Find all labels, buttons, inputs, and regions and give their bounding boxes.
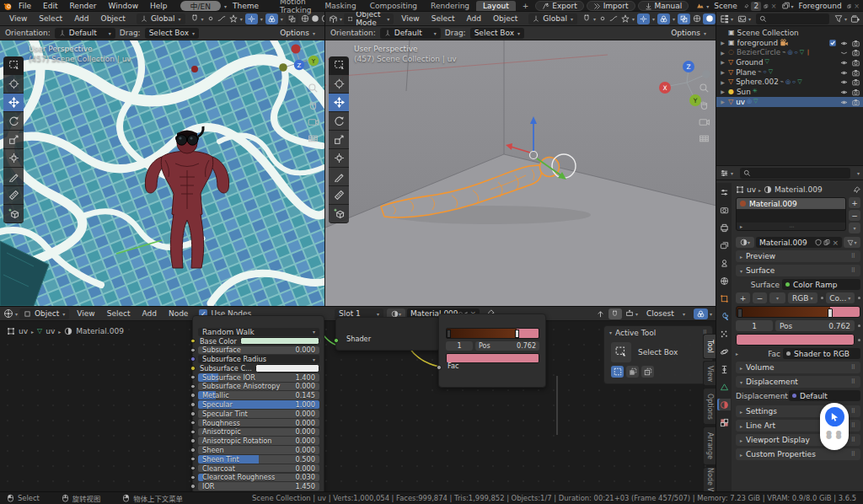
measure-tool-button[interactable]: [3, 186, 24, 205]
add-slot-button[interactable]: +: [849, 197, 860, 208]
input-socket[interactable]: [190, 421, 196, 426]
camera-icon[interactable]: [851, 88, 860, 96]
remove-slot-button[interactable]: −: [849, 210, 860, 221]
active-tool-title[interactable]: Active Tool: [615, 329, 656, 337]
menu-node[interactable]: Node: [163, 309, 195, 318]
camera-icon[interactable]: [851, 39, 860, 47]
input-socket[interactable]: [190, 411, 196, 416]
bsdf-row-base-color[interactable]: Base Color: [198, 337, 319, 346]
sidebar-tab-tool[interactable]: Tool: [703, 334, 716, 359]
drag-value-dropdown[interactable]: Select Box▾: [470, 28, 524, 39]
properties-tab-object-data-icon[interactable]: [717, 381, 731, 393]
ramp-active-index-field[interactable]: 1: [736, 320, 773, 331]
perspective-toggle-icon[interactable]: [699, 133, 710, 144]
input-socket[interactable]: [190, 357, 196, 362]
cursor-tool-button[interactable]: [329, 75, 349, 94]
outliner-search-input[interactable]: [756, 13, 829, 24]
input-socket[interactable]: [190, 393, 196, 398]
manual-button[interactable]: Manual: [638, 1, 689, 11]
bsdf-row-sheen-tint[interactable]: Sheen Tint0.500: [198, 455, 319, 464]
bsdf-row-metallic[interactable]: Metallic0.145: [198, 391, 319, 399]
value-slider[interactable]: Metallic0.145: [198, 391, 319, 399]
options-dropdown[interactable]: Options▾: [276, 28, 319, 39]
breadcrumb-material[interactable]: Material.009: [76, 327, 124, 335]
properties-tab-tool-icon[interactable]: [717, 186, 731, 198]
sidebar-tab-arrange[interactable]: Arrange: [703, 426, 716, 465]
proportional-edit-icon[interactable]: [206, 14, 215, 23]
snap-toggle-icon[interactable]: [608, 308, 622, 319]
editor-type-icon[interactable]: [329, 14, 338, 24]
shading-wireframe-icon[interactable]: [693, 14, 701, 23]
input-socket[interactable]: [190, 475, 196, 480]
shading-solid-icon[interactable]: [703, 13, 716, 24]
value-slider[interactable]: Anisotropic Rotation0.000: [198, 437, 319, 445]
value-slider[interactable]: Subsurface0.000: [198, 346, 319, 355]
color-swatch[interactable]: [255, 364, 319, 373]
input-socket[interactable]: [190, 448, 196, 453]
move-tool-button[interactable]: [329, 94, 349, 112]
cursor-tool-button[interactable]: [3, 75, 24, 94]
eye-icon[interactable]: [839, 98, 849, 106]
input-socket[interactable]: [190, 339, 196, 344]
scene-unlink-icon[interactable]: ×: [771, 3, 777, 10]
outliner-row-sphere.002[interactable]: ▶▽Sphere.002⌁◎⌔▽: [716, 77, 863, 87]
value-slider[interactable]: Clearcoat Roughness0.030: [198, 474, 319, 482]
parent-node-tree-icon[interactable]: [596, 309, 605, 319]
input-socket[interactable]: [190, 375, 196, 380]
shader-editor-type-icon[interactable]: [3, 308, 13, 319]
ramp-specials-button[interactable]: ▾: [769, 292, 785, 303]
material-specials-button[interactable]: ▾: [844, 237, 860, 248]
value-slider[interactable]: Clearcoat0.000: [198, 464, 319, 473]
viewport-left-canvas[interactable]: Z Y User Perspective (457) Scene Collect…: [0, 40, 324, 306]
bsdf-row-anisotropic-rotation[interactable]: Anisotropic Rotation0.000: [198, 437, 319, 445]
properties-tab-texture-icon[interactable]: [717, 416, 731, 428]
fac-input-selector[interactable]: Shader to RGB: [783, 348, 860, 359]
app-menu-render[interactable]: Render: [64, 2, 103, 10]
drag-value-dropdown[interactable]: Select Box▾: [145, 28, 199, 39]
value-slider[interactable]: Specular Tint0.000: [198, 410, 319, 418]
ramp-add-stop-button[interactable]: +: [736, 292, 750, 303]
select-mode-new-icon[interactable]: [611, 366, 624, 378]
gizmos-toggle-icon[interactable]: [637, 13, 650, 24]
ramp-color-mode-dropdown[interactable]: RGB▾: [788, 292, 817, 303]
overlays-toggle-icon[interactable]: [694, 308, 708, 319]
scene-name[interactable]: Scene: [714, 2, 739, 10]
bsdf-row-specular[interactable]: Specular1.000: [198, 400, 319, 409]
principled-bsdf-node[interactable]: Random Walk▾ Base ColorSubsurface0.000Su…: [192, 315, 324, 491]
view-layer-remove-icon[interactable]: ×: [854, 3, 860, 10]
outliner-display-mode-icon[interactable]: [720, 14, 729, 24]
value-slider[interactable]: Sheen Tint0.500: [198, 455, 319, 464]
properties-tab-modifiers-icon[interactable]: [717, 310, 731, 322]
select-box-tool-button[interactable]: [3, 56, 24, 75]
ramp-remove-stop-button[interactable]: −: [753, 292, 767, 303]
xray-toggle-icon[interactable]: [678, 13, 690, 24]
outliner-row-foreground[interactable]: ▶▣foreground: [716, 38, 863, 48]
input-socket[interactable]: [190, 402, 196, 407]
input-socket[interactable]: [190, 348, 196, 353]
bsdf-row-subsurface-ior[interactable]: Subsurface IOR1.400: [198, 373, 319, 382]
properties-tab-particles-icon[interactable]: [717, 328, 731, 340]
shading-solid-icon[interactable]: [311, 14, 319, 23]
camera-icon[interactable]: [851, 78, 860, 86]
camera-icon[interactable]: [851, 98, 860, 106]
app-menu-edit[interactable]: Edit: [37, 2, 63, 10]
menu-add[interactable]: Add: [68, 14, 94, 23]
scene-users-count[interactable]: 2: [751, 2, 761, 11]
node-ramp-handle-0[interactable]: [447, 330, 451, 338]
add-cube-tool-button[interactable]: [329, 205, 349, 223]
input-socket[interactable]: [190, 438, 196, 443]
add-workspace-button[interactable]: +: [516, 1, 536, 11]
pan-hand-icon[interactable]: [308, 99, 319, 110]
annotate-tool-button[interactable]: [3, 168, 24, 186]
checkbox-icon[interactable]: [828, 38, 837, 47]
workspace-tab-layout[interactable]: Layout: [476, 1, 516, 11]
copy-material-icon[interactable]: [823, 239, 830, 246]
fac-input-socket[interactable]: [437, 365, 442, 370]
value-slider[interactable]: Sheen0.000: [198, 446, 319, 454]
ramp-handle-0[interactable]: [737, 308, 742, 318]
snap-magnet-icon[interactable]: [582, 14, 591, 23]
view-object-types-icon[interactable]: [229, 14, 238, 23]
camera-view-icon[interactable]: [699, 116, 710, 127]
annotate-tool-button[interactable]: [329, 168, 349, 186]
fac-expand-icon[interactable]: ▸: [736, 351, 742, 357]
